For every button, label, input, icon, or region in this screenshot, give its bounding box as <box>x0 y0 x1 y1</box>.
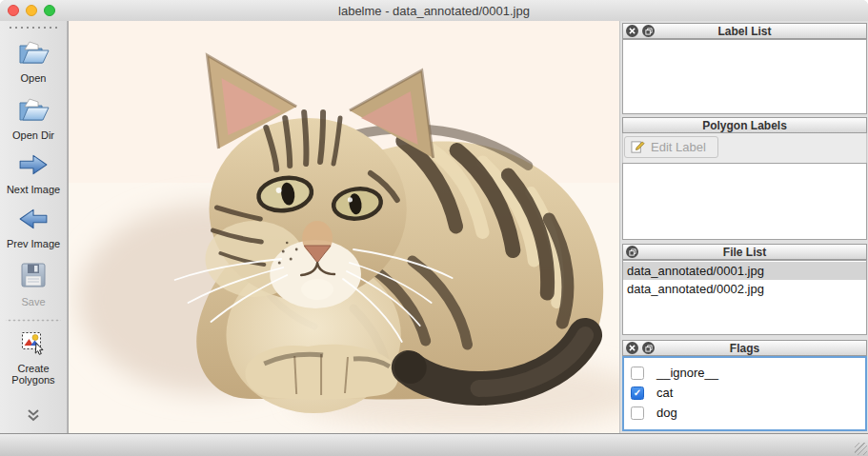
toolbar-overflow-button[interactable] <box>26 408 41 426</box>
open-button[interactable]: Open <box>17 38 50 84</box>
toolbar: Open Open Dir <box>0 21 68 433</box>
open-folder-icon <box>17 38 50 69</box>
floppy-disk-icon <box>19 261 48 293</box>
polygon-labels-title: Polygon Labels <box>623 119 866 132</box>
window-controls <box>8 0 55 21</box>
open-dir-button[interactable]: Open Dir <box>12 95 54 141</box>
close-panel-button[interactable] <box>626 25 638 37</box>
polygon-labels-list[interactable] <box>622 163 867 240</box>
toolbar-drag-handle[interactable] <box>7 26 60 30</box>
open-folder-icon <box>17 95 50 127</box>
prev-image-button-label: Prev Image <box>7 238 60 249</box>
flag-checkbox[interactable] <box>631 367 644 380</box>
label-list-header[interactable]: Label List <box>622 23 867 39</box>
dock-panels: Label List Polygon Labels Edit Label <box>620 21 868 433</box>
window-title: labelme - data_annotated/0001.jpg <box>0 4 868 18</box>
float-icon <box>645 28 653 35</box>
arrow-right-icon <box>18 152 49 181</box>
float-icon <box>629 248 636 256</box>
next-image-button-label: Next Image <box>7 184 60 195</box>
flag-checkbox[interactable] <box>631 387 644 400</box>
flag-row[interactable]: dog <box>624 403 865 423</box>
file-list[interactable]: data_annotated/0001.jpg data_annotated/0… <box>622 260 867 335</box>
flags-list[interactable]: __ignore__ cat dog <box>622 356 867 431</box>
cat-photo <box>69 21 619 433</box>
double-chevron-down-icon <box>26 408 41 425</box>
file-list-header[interactable]: File List <box>622 244 867 260</box>
main-area: Open Open Dir <box>0 21 868 433</box>
float-icon <box>645 345 653 352</box>
flag-row[interactable]: cat <box>624 383 865 403</box>
arrow-left-icon <box>18 207 49 235</box>
polygon-labels-toolbar: Edit Label <box>622 133 867 163</box>
flags-header[interactable]: Flags <box>622 340 867 356</box>
file-list-title: File List <box>623 246 866 259</box>
zoom-window-button[interactable] <box>44 5 55 16</box>
save-button-label: Save <box>21 296 45 307</box>
save-button[interactable]: Save <box>19 261 48 307</box>
close-panel-button[interactable] <box>626 342 638 354</box>
status-bar <box>0 433 868 456</box>
flag-label: __ignore__ <box>656 366 718 380</box>
minimize-window-button[interactable] <box>26 5 37 16</box>
close-icon <box>629 345 636 351</box>
flag-label: dog <box>656 406 677 420</box>
edit-label-button[interactable]: Edit Label <box>624 136 718 158</box>
toolbar-separator <box>6 319 61 322</box>
edit-label-button-text: Edit Label <box>651 140 706 154</box>
labelme-window: labelme - data_annotated/0001.jpg Open <box>0 0 868 456</box>
flag-label: cat <box>656 386 673 400</box>
float-panel-button[interactable] <box>642 25 655 37</box>
label-list[interactable] <box>622 39 867 114</box>
flag-row[interactable]: __ignore__ <box>624 363 865 383</box>
file-list-item[interactable]: data_annotated/0002.jpg <box>623 280 866 298</box>
create-polygons-icon <box>21 331 46 360</box>
flags-title: Flags <box>623 342 866 355</box>
title-bar[interactable]: labelme - data_annotated/0001.jpg <box>0 0 868 22</box>
prev-image-button[interactable]: Prev Image <box>7 207 60 249</box>
create-polygons-button-label: Create Polygons <box>4 363 63 386</box>
next-image-button[interactable]: Next Image <box>7 152 60 195</box>
file-list-item[interactable]: data_annotated/0001.jpg <box>623 262 866 280</box>
float-panel-button[interactable] <box>626 246 638 258</box>
float-panel-button[interactable] <box>642 342 655 354</box>
edit-pencil-icon <box>631 140 645 154</box>
label-list-title: Label List <box>623 25 866 38</box>
resize-grip[interactable] <box>855 443 867 455</box>
close-icon <box>629 28 636 34</box>
create-polygons-button[interactable]: Create Polygons <box>4 331 63 386</box>
open-button-label: Open <box>21 72 47 84</box>
annotation-canvas[interactable] <box>68 21 620 433</box>
close-window-button[interactable] <box>8 5 19 16</box>
open-dir-button-label: Open Dir <box>12 129 54 141</box>
polygon-labels-header[interactable]: Polygon Labels <box>622 117 867 133</box>
flag-checkbox[interactable] <box>631 406 644 420</box>
